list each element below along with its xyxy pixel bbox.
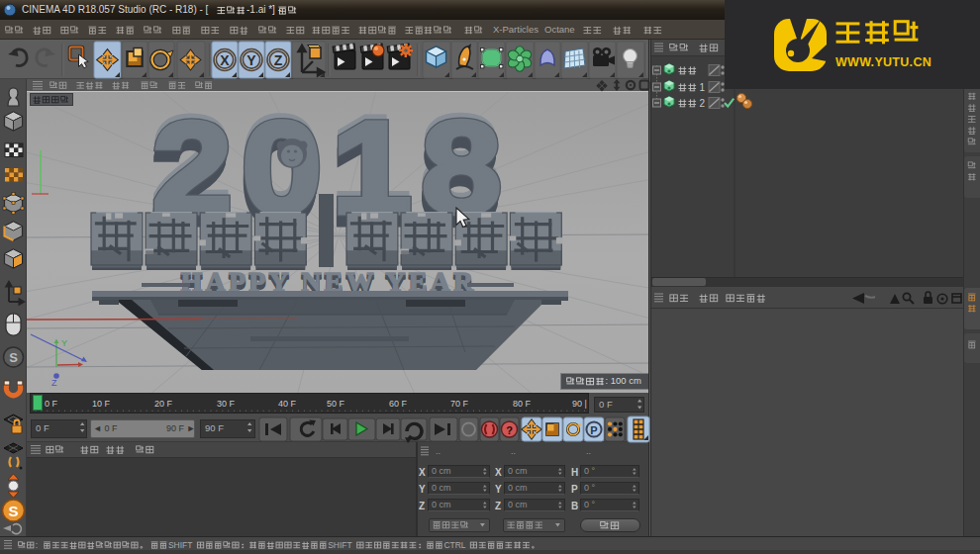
svg-text:..: .. xyxy=(511,446,516,456)
svg-text:WWW.YUTU.CN: WWW.YUTU.CN xyxy=(835,55,931,69)
svg-text:X-Particles: X-Particles xyxy=(493,24,539,35)
svg-text:0 F: 0 F xyxy=(36,422,49,433)
svg-text:X: X xyxy=(220,52,230,68)
svg-text:90 F ►: 90 F ► xyxy=(166,423,195,433)
svg-text:Z: Z xyxy=(274,52,283,68)
svg-text:S: S xyxy=(9,350,18,365)
svg-text:60 F: 60 F xyxy=(389,399,408,409)
svg-text:2: 2 xyxy=(700,98,706,109)
svg-text:40 F: 40 F xyxy=(278,399,297,409)
svg-text:Octane: Octane xyxy=(544,24,575,35)
svg-text:SHIFT: SHIFT xyxy=(168,540,193,550)
svg-text:90 F: 90 F xyxy=(205,422,224,433)
svg-text:0 °: 0 ° xyxy=(584,483,596,493)
svg-text:Z: Z xyxy=(495,501,501,511)
svg-text:50 F: 50 F xyxy=(327,399,345,409)
svg-text:Y: Y xyxy=(246,52,256,68)
svg-text:0 cm: 0 cm xyxy=(432,500,451,509)
svg-text:0 cm: 0 cm xyxy=(508,466,528,476)
svg-text:CTRL: CTRL xyxy=(443,540,465,550)
svg-text:0 cm: 0 cm xyxy=(432,466,451,476)
svg-text::: : xyxy=(36,540,38,550)
svg-text:90 |: 90 | xyxy=(572,399,587,409)
svg-text:Z: Z xyxy=(419,501,425,511)
svg-text:10 F: 10 F xyxy=(92,399,111,409)
svg-text:..: .. xyxy=(586,446,591,456)
svg-text:20 F: 20 F xyxy=(154,399,173,409)
svg-text:70 F: 70 F xyxy=(450,399,469,409)
svg-text:80 F: 80 F xyxy=(513,399,532,409)
svg-text:◄ 0 F: ◄ 0 F xyxy=(93,423,118,433)
svg-text:X: X xyxy=(495,467,502,478)
svg-text:0 °: 0 ° xyxy=(584,500,596,509)
svg-text:0 F: 0 F xyxy=(45,399,58,409)
svg-text:..: .. xyxy=(436,446,441,456)
svg-text:Y: Y xyxy=(419,484,426,495)
svg-text:CINEMA 4D R18.057 Studio (RC -: CINEMA 4D R18.057 Studio (RC - R18) - [ xyxy=(22,4,209,15)
svg-text:-1.ai *] -: -1.ai *] - xyxy=(246,4,281,15)
svg-text:: 100 cm: : 100 cm xyxy=(606,375,642,386)
svg-text:0 °: 0 ° xyxy=(584,466,596,476)
svg-text:SHIFT: SHIFT xyxy=(328,540,352,550)
svg-text:S: S xyxy=(8,503,18,519)
svg-text:B: B xyxy=(571,501,578,511)
svg-text:30 F: 30 F xyxy=(217,399,236,409)
svg-text:0 cm: 0 cm xyxy=(508,500,528,509)
svg-text:0 F: 0 F xyxy=(599,399,613,410)
svg-text:Y: Y xyxy=(495,484,502,495)
svg-text:0 cm: 0 cm xyxy=(508,483,528,493)
svg-text:P: P xyxy=(590,424,597,436)
svg-text:H: H xyxy=(571,467,578,478)
svg-text:1: 1 xyxy=(700,82,706,93)
svg-text:P: P xyxy=(571,484,578,495)
svg-text:X: X xyxy=(419,467,426,478)
svg-text:0 cm: 0 cm xyxy=(432,483,451,493)
svg-text:?: ? xyxy=(506,424,513,436)
